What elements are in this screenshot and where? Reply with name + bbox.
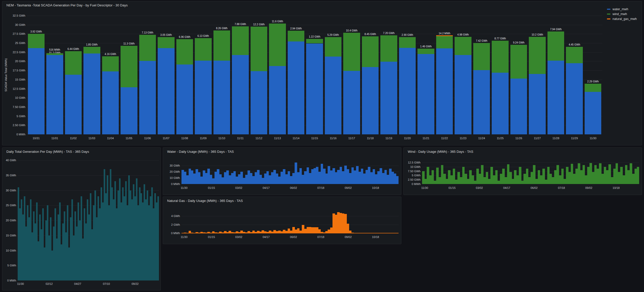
y-tick-label: 15 GWh (5, 78, 25, 81)
bar-segment-water_mwh (288, 41, 305, 134)
panel-title[interactable]: Daily Total Generation Per Day (MWh) - T… (6, 150, 89, 154)
mini-bar-water_mwh (189, 169, 191, 184)
mini-bar-wind_mwh (443, 174, 446, 184)
mini-bar-water_mwh (257, 170, 260, 184)
mini-bar-water_mwh (307, 167, 309, 184)
bar-segment-wind_mwh (473, 43, 490, 70)
y-tick-label: 4 GWh (163, 214, 180, 218)
mini-bar-natural_gas_mwh (307, 227, 309, 233)
mini-bar-wind_mwh (620, 167, 623, 184)
bar-segment-wind_mwh (195, 38, 212, 61)
mini-bar-natural_gas_mwh (224, 231, 227, 233)
mini-bar-natural_gas_mwh (285, 231, 288, 233)
mini-bar-wind_mwh (616, 163, 618, 184)
bar-value-label: 14.2 MWh (433, 32, 456, 35)
mini-bar-natural_gas_mwh (358, 233, 361, 233)
wind-bar-plot[interactable]: 0 MWh2.50 GWh5 GWh7.50 GWh10 GWh12.5 GWh… (404, 148, 642, 195)
mini-bar-natural_gas_mwh (344, 214, 347, 233)
legend-item-natural-gas[interactable]: natural_gas_mwh (607, 17, 637, 21)
mini-bar-water_mwh (321, 164, 323, 184)
grid-line (422, 163, 639, 163)
mini-bar-wind_mwh (526, 169, 529, 184)
daily-total-bar-plot[interactable]: 0 MWh5 GWh10 GWh15 GWh20 GWh25 GWh30 GWh… (2, 148, 160, 290)
x-tick-label: 06/02 (283, 235, 304, 239)
mini-bar-wind_mwh (585, 175, 587, 184)
x-tick-label: 11/12 (249, 136, 269, 140)
legend-label-water: water_mwh (613, 7, 628, 11)
x-tick-label: 11/10 (211, 136, 232, 140)
mini-bar-water_mwh (252, 176, 255, 184)
bar-segment-wind_mwh (213, 30, 230, 61)
legend-item-water[interactable]: water_mwh (607, 7, 637, 11)
mini-bar-natural_gas_mwh (278, 231, 281, 233)
bar-value-label: 1.22 GWh (303, 35, 326, 38)
mini-bar-water_mwh (186, 175, 189, 184)
mini-bar-water_mwh (283, 169, 285, 184)
x-tick-label: 10/18 (365, 235, 386, 239)
y-tick-label: 12.5 GWh (5, 87, 25, 91)
panel-daily-total-365d: Daily Total Generation Per Day (MWh) - T… (2, 147, 161, 290)
grid-line (27, 34, 602, 34)
mini-bar-wind_mwh (498, 181, 500, 184)
bar-value-label: 6.96 GWh (173, 36, 196, 39)
x-tick-label: 11/16 (323, 136, 344, 140)
mini-bar-wind_mwh (587, 167, 590, 184)
mini-bar-natural_gas_mwh (387, 233, 389, 233)
natural-gas-bar-plot[interactable]: 0 MWh2 GWh4 GWh11/3001/1503/0204/1706/02… (163, 197, 401, 244)
bar-value-label: 2.94 GWh (284, 27, 307, 30)
mini-bar-wind_mwh (622, 175, 625, 184)
bar-segment-water_mwh (269, 66, 286, 134)
mini-bar-wind_mwh (493, 175, 496, 184)
bar-segment-wind_mwh (251, 27, 267, 71)
mini-bar-natural_gas_mwh (373, 233, 375, 233)
mini-bar-wind_mwh (611, 177, 613, 184)
mini-bar-water_mwh (203, 170, 205, 184)
bar-segment-water_mwh (102, 71, 119, 134)
legend: water_mwh wind_mwh natural_gas_mwh (607, 7, 637, 21)
mini-bar-wind_mwh (514, 170, 517, 184)
bar-segment-wind_mwh (399, 37, 416, 48)
y-tick-label: 17.5 GWh (5, 69, 25, 72)
mini-bar-natural_gas_mwh (330, 228, 333, 233)
bar-segment-wind_mwh (102, 56, 119, 71)
mini-bar-water_mwh (217, 169, 219, 184)
mini-bar-natural_gas_mwh (189, 231, 191, 233)
x-tick-label: 06/02 (283, 186, 304, 190)
mini-bar-natural_gas_mwh (328, 230, 330, 233)
mini-bar-wind_mwh (552, 177, 554, 184)
panel-title[interactable]: NEM - Tasmania -Total SCADA Generation P… (6, 3, 128, 7)
bar-segment-water_mwh (251, 71, 267, 134)
bar-value-label: 1.85 GWh (80, 43, 103, 46)
x-tick-label: 01/15 (442, 186, 462, 190)
panel-title[interactable]: Wind - Daily Usage (MWh) - 365 Days - TA… (408, 150, 473, 154)
mini-bar-natural_gas_mwh (325, 231, 328, 233)
panel-title[interactable]: Natural Gas - Daily Usage (MWh) - 365 Da… (167, 199, 243, 203)
mini-bar-wind_mwh (618, 172, 620, 184)
legend-item-wind[interactable]: wind_mwh (607, 12, 637, 16)
bar-value-label: 7.88 GWh (229, 23, 252, 26)
bar-value-label: 7.42 GWh (470, 39, 493, 42)
mini-bar-wind_mwh (554, 170, 557, 184)
bar-segment-wind_mwh (492, 41, 509, 73)
mini-bar-water_mwh (288, 171, 290, 184)
mini-bar-natural_gas_mwh (257, 231, 260, 233)
bar-segment-water_mwh (380, 62, 397, 134)
mini-bar-wind_mwh (488, 179, 491, 184)
water-bar-plot[interactable]: 0 MWh10 GWh20 GWh30 GWh11/3001/1503/0204… (163, 148, 401, 195)
mini-bar-wind_mwh (528, 177, 531, 184)
mini-bar-natural_gas_mwh (384, 233, 387, 233)
mini-bar-natural_gas_mwh (248, 231, 250, 233)
mini-bar-wind_mwh (632, 174, 635, 184)
x-tick-label: 11/24 (471, 136, 492, 140)
bar-segment-water_mwh (325, 57, 342, 134)
mini-bar-water_mwh (290, 176, 293, 184)
mini-bar-water_mwh (229, 175, 231, 184)
legend-label-natural-gas: natural_gas_mwh (613, 17, 637, 21)
panel-title[interactable]: Water - Daily Usage (MWh) - 365 Days - T… (167, 150, 234, 154)
mini-bar-water_mwh (368, 167, 370, 184)
scada-30d-stacked-bar-plot[interactable]: 0 MWh2.50 GWh5 GWh7.50 GWh10 GWh12.5 GWh… (2, 1, 642, 145)
mini-bar-wind_mwh (450, 175, 453, 184)
y-tick-label: 40 GWh (2, 158, 16, 162)
y-tick-label: 22.5 GWh (5, 50, 25, 54)
x-tick-label: 10/31 (26, 136, 46, 140)
